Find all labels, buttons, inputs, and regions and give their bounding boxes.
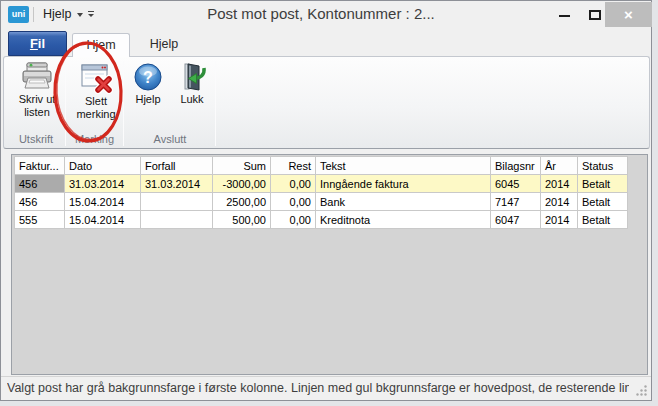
- cell-status[interactable]: Betalt: [578, 193, 628, 211]
- column-header-bilagsnr[interactable]: Bilagsnr: [491, 157, 541, 175]
- table-row-main-post[interactable]: 456 31.03.2014 31.03.2014 -3000,00 0,00 …: [15, 175, 628, 193]
- close-icon: ×: [624, 6, 633, 23]
- cell-fakturanr-selected[interactable]: 456: [15, 175, 65, 193]
- table-row[interactable]: 555 15.04.2014 500,00 0,00 Kreditnota 60…: [15, 211, 628, 229]
- cell-tekst[interactable]: Bank: [316, 193, 491, 211]
- divider: [33, 7, 34, 22]
- status-bar-text: Valgt post har grå bakgrunnsfarge i førs…: [7, 381, 629, 395]
- cell-fakturanr[interactable]: 456: [15, 193, 65, 211]
- group-label-utskrift: Utskrift: [8, 132, 64, 147]
- cell-sum[interactable]: -3000,00: [213, 175, 271, 193]
- customize-toolbar-icon: [88, 11, 94, 12]
- title-bar: uni Hjelp Post mot post, Kontonummer : 2…: [1, 1, 651, 29]
- print-list-label-line1: Skriv ut: [19, 93, 56, 105]
- column-header-sum[interactable]: Sum: [213, 157, 271, 175]
- delete-marking-button[interactable]: Slett merking: [68, 60, 124, 130]
- cell-aar[interactable]: 2014: [541, 175, 578, 193]
- maximize-button[interactable]: [586, 6, 604, 24]
- cell-fakturanr[interactable]: 555: [15, 211, 65, 229]
- cell-dato[interactable]: 31.03.2014: [65, 175, 141, 193]
- group-separator: [65, 61, 66, 146]
- status-bar: Valgt post har grå bakgrunnsfarge i førs…: [1, 376, 651, 400]
- cell-dato[interactable]: 15.04.2014: [65, 211, 141, 229]
- close-door-icon: [177, 62, 207, 92]
- column-header-status[interactable]: Status: [578, 157, 628, 175]
- resize-grip[interactable]: [635, 384, 648, 397]
- delete-marking-label-line2: merking: [76, 108, 115, 120]
- cell-forfall[interactable]: [141, 211, 213, 229]
- cell-status[interactable]: Betalt: [578, 211, 628, 229]
- group-separator: [215, 61, 216, 146]
- minimize-icon: [559, 15, 570, 17]
- records-table: Faktur... Dato Forfall Sum Rest Tekst Bi…: [14, 156, 628, 229]
- cell-rest[interactable]: 0,00: [271, 211, 316, 229]
- chevron-down-icon: [77, 13, 83, 17]
- column-header-aar[interactable]: År: [541, 157, 578, 175]
- cell-aar[interactable]: 2014: [541, 211, 578, 229]
- tab-fil-label: Fil: [9, 32, 66, 55]
- tab-fil[interactable]: Fil: [8, 31, 67, 56]
- cell-dato[interactable]: 15.04.2014: [65, 193, 141, 211]
- printer-icon: [20, 62, 54, 92]
- column-header-dato[interactable]: Dato: [65, 157, 141, 175]
- cell-bilagsnr[interactable]: 7147: [491, 193, 541, 211]
- close-window-button[interactable]: Lukk: [171, 60, 213, 130]
- cell-rest[interactable]: 0,00: [271, 175, 316, 193]
- help-label: Hjelp: [135, 93, 160, 105]
- header-row: Faktur... Dato Forfall Sum Rest Tekst Bi…: [15, 157, 628, 175]
- cell-forfall[interactable]: 31.03.2014: [141, 175, 213, 193]
- chevron-down-icon: [88, 14, 94, 17]
- maximize-icon: [589, 10, 601, 20]
- tab-hjem[interactable]: Hjem: [72, 33, 130, 57]
- ribbon: Skriv ut listen Slett merking: [3, 56, 650, 149]
- cell-sum[interactable]: 2500,00: [213, 193, 271, 211]
- ribbon-tab-bar: Fil Hjem Hjelp: [1, 29, 651, 56]
- minimize-button[interactable]: [557, 6, 573, 24]
- group-label-merking: Merking: [67, 132, 122, 147]
- close-button[interactable]: ×: [605, 2, 652, 27]
- question-mark-glyph: ?: [143, 69, 153, 86]
- cell-bilagsnr[interactable]: 6047: [491, 211, 541, 229]
- column-header-forfall[interactable]: Forfall: [141, 157, 213, 175]
- help-button[interactable]: ? Hjelp: [126, 60, 170, 130]
- cell-status[interactable]: Betalt: [578, 175, 628, 193]
- column-header-rest[interactable]: Rest: [271, 157, 316, 175]
- group-label-avslutt: Avslutt: [126, 132, 214, 147]
- cell-aar[interactable]: 2014: [541, 193, 578, 211]
- window-title: Post mot post, Kontonummer : 2...: [141, 5, 501, 22]
- records-panel: Faktur... Dato Forfall Sum Rest Tekst Bi…: [11, 154, 648, 375]
- help-icon: ?: [133, 62, 163, 92]
- close-window-label: Lukk: [180, 93, 203, 105]
- table-row[interactable]: 456 15.04.2014 2500,00 0,00 Bank 7147 20…: [15, 193, 628, 211]
- customize-quick-access-button[interactable]: [85, 7, 97, 21]
- cell-rest[interactable]: 0,00: [271, 193, 316, 211]
- app-window: uni Hjelp Post mot post, Kontonummer : 2…: [0, 0, 652, 401]
- uni-app-logo-icon: uni: [8, 6, 29, 23]
- quick-access-help-button[interactable]: Hjelp: [40, 5, 86, 24]
- print-list-label-line2: listen: [24, 106, 50, 118]
- quick-access-help-label: Hjelp: [43, 5, 72, 24]
- column-header-fakturanr[interactable]: Faktur...: [15, 157, 65, 175]
- delete-marking-label-line1: Slett: [85, 95, 107, 107]
- cell-bilagsnr[interactable]: 6045: [491, 175, 541, 193]
- delete-marking-icon: [79, 62, 113, 94]
- cell-sum[interactable]: 500,00: [213, 211, 271, 229]
- print-list-button[interactable]: Skriv ut listen: [10, 60, 64, 130]
- group-separator: [123, 61, 124, 146]
- column-header-tekst[interactable]: Tekst: [316, 157, 491, 175]
- cell-tekst[interactable]: Kreditnota: [316, 211, 491, 229]
- cell-tekst[interactable]: Inngående faktura: [316, 175, 491, 193]
- tab-hjelp[interactable]: Hjelp: [135, 33, 193, 56]
- cell-forfall[interactable]: [141, 193, 213, 211]
